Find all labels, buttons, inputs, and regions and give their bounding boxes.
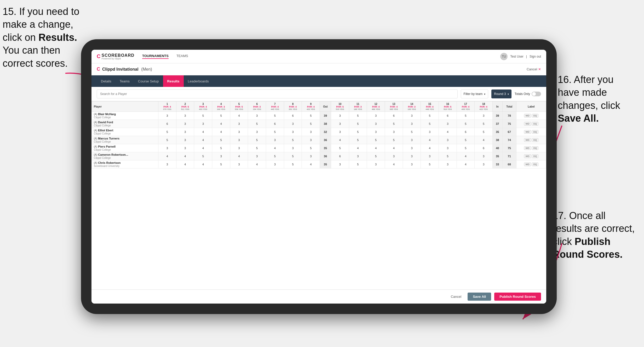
score-hole-10[interactable]: 3 bbox=[331, 128, 349, 136]
score-hole-4[interactable]: 3 bbox=[212, 152, 230, 160]
score-hole-14[interactable]: 3 bbox=[403, 152, 421, 160]
score-hole-8[interactable]: 5 bbox=[284, 160, 302, 169]
score-hole-5[interactable]: 3 bbox=[230, 128, 248, 136]
score-hole-8[interactable]: 3 bbox=[284, 144, 302, 152]
score-hole-1[interactable]: 3 bbox=[158, 160, 176, 169]
nav-teams[interactable]: TEAMS bbox=[176, 54, 188, 59]
score-hole-2[interactable]: 4 bbox=[176, 160, 194, 169]
score-hole-16[interactable]: 3 bbox=[439, 136, 457, 144]
score-hole-6[interactable]: 5 bbox=[248, 136, 266, 144]
score-hole-12[interactable]: 3 bbox=[367, 128, 385, 136]
score-hole-12[interactable]: 5 bbox=[367, 136, 385, 144]
score-hole-12[interactable]: 3 bbox=[367, 160, 385, 169]
score-hole-10[interactable]: 3 bbox=[331, 160, 349, 169]
score-hole-9[interactable]: 4 bbox=[302, 160, 320, 169]
score-hole-3[interactable]: 4 bbox=[194, 128, 212, 136]
score-hole-17[interactable]: 5 bbox=[457, 112, 475, 120]
wd-button[interactable]: WD bbox=[524, 163, 531, 166]
score-hole-16[interactable]: 6 bbox=[439, 112, 457, 120]
score-hole-12[interactable]: 3 bbox=[367, 120, 385, 128]
score-hole-18[interactable]: 3 bbox=[475, 112, 493, 120]
score-hole-2[interactable]: 3 bbox=[176, 112, 194, 120]
score-hole-10[interactable]: 4 bbox=[331, 136, 349, 144]
score-hole-16[interactable]: 4 bbox=[439, 128, 457, 136]
score-hole-9[interactable]: 3 bbox=[302, 128, 320, 136]
score-hole-11[interactable]: 5 bbox=[349, 160, 367, 169]
score-hole-13[interactable]: 3 bbox=[385, 128, 403, 136]
score-hole-14[interactable]: 3 bbox=[403, 136, 421, 144]
score-hole-14[interactable]: 5 bbox=[403, 128, 421, 136]
cancel-button[interactable]: Cancel bbox=[448, 293, 464, 300]
score-hole-11[interactable]: 3 bbox=[349, 152, 367, 160]
wd-button[interactable]: WD bbox=[524, 114, 531, 117]
cancel-top-button[interactable]: Cancel ✕ bbox=[527, 67, 541, 71]
filter-team-dropdown[interactable]: Filter by team bbox=[461, 89, 488, 98]
score-hole-14[interactable]: 3 bbox=[403, 144, 421, 152]
score-hole-15[interactable]: 4 bbox=[421, 136, 439, 144]
score-hole-5[interactable]: 3 bbox=[230, 160, 248, 169]
score-hole-11[interactable]: 5 bbox=[349, 128, 367, 136]
score-hole-12[interactable]: 4 bbox=[367, 144, 385, 152]
publish-round-scores-button[interactable]: Publish Round Scores bbox=[494, 293, 541, 301]
toggle-switch[interactable] bbox=[532, 92, 541, 96]
score-hole-17[interactable]: 5 bbox=[457, 136, 475, 144]
score-hole-6[interactable]: 3 bbox=[248, 152, 266, 160]
totals-only-toggle[interactable]: Totals Only bbox=[515, 92, 541, 96]
score-hole-15[interactable]: 3 bbox=[421, 128, 439, 136]
score-hole-10[interactable]: 6 bbox=[331, 152, 349, 160]
score-hole-15[interactable]: 5 bbox=[421, 120, 439, 128]
wd-button[interactable]: WD bbox=[524, 122, 531, 126]
score-hole-4[interactable]: 5 bbox=[212, 136, 230, 144]
score-hole-6[interactable]: 4 bbox=[248, 160, 266, 169]
dq-button[interactable]: DQ bbox=[532, 163, 539, 166]
score-hole-1[interactable]: 5 bbox=[158, 136, 176, 144]
score-hole-13[interactable]: 4 bbox=[385, 144, 403, 152]
score-hole-18[interactable]: 6 bbox=[475, 144, 493, 152]
score-hole-13[interactable]: 5 bbox=[385, 120, 403, 128]
dq-button[interactable]: DQ bbox=[532, 114, 539, 117]
score-hole-15[interactable]: 5 bbox=[421, 160, 439, 169]
score-hole-5[interactable]: 3 bbox=[230, 136, 248, 144]
score-hole-5[interactable]: 3 bbox=[230, 144, 248, 152]
score-hole-2[interactable]: 3 bbox=[176, 120, 194, 128]
tab-results[interactable]: Results bbox=[163, 75, 184, 87]
score-hole-15[interactable]: 5 bbox=[421, 112, 439, 120]
score-hole-5[interactable]: 4 bbox=[230, 112, 248, 120]
score-hole-3[interactable]: 4 bbox=[194, 144, 212, 152]
score-hole-8[interactable]: 3 bbox=[284, 128, 302, 136]
score-hole-18[interactable]: 5 bbox=[475, 128, 493, 136]
score-hole-14[interactable]: 3 bbox=[403, 160, 421, 169]
score-hole-15[interactable]: 3 bbox=[421, 152, 439, 160]
score-hole-13[interactable]: 3 bbox=[385, 152, 403, 160]
score-hole-1[interactable]: 3 bbox=[158, 144, 176, 152]
score-hole-4[interactable]: 5 bbox=[212, 112, 230, 120]
score-hole-8[interactable]: 6 bbox=[284, 112, 302, 120]
score-hole-11[interactable]: 5 bbox=[349, 136, 367, 144]
score-hole-10[interactable]: 5 bbox=[331, 144, 349, 152]
score-hole-4[interactable]: 4 bbox=[212, 128, 230, 136]
score-hole-18[interactable]: 3 bbox=[475, 152, 493, 160]
score-hole-1[interactable]: 6 bbox=[158, 120, 176, 128]
score-hole-9[interactable]: 5 bbox=[302, 112, 320, 120]
score-hole-4[interactable]: 4 bbox=[212, 120, 230, 128]
score-hole-5[interactable]: 3 bbox=[230, 120, 248, 128]
score-hole-1[interactable]: 4 bbox=[158, 152, 176, 160]
score-hole-1[interactable]: 5 bbox=[158, 128, 176, 136]
score-hole-2[interactable]: 3 bbox=[176, 136, 194, 144]
score-hole-8[interactable]: 5 bbox=[284, 152, 302, 160]
score-hole-7[interactable]: 4 bbox=[266, 144, 284, 152]
score-hole-7[interactable]: 6 bbox=[266, 120, 284, 128]
score-hole-2[interactable]: 3 bbox=[176, 128, 194, 136]
score-hole-17[interactable]: 4 bbox=[457, 152, 475, 160]
dq-button[interactable]: DQ bbox=[532, 146, 539, 150]
score-hole-11[interactable]: 4 bbox=[349, 144, 367, 152]
score-hole-2[interactable]: 3 bbox=[176, 144, 194, 152]
dq-button[interactable]: DQ bbox=[532, 122, 539, 126]
score-hole-6[interactable]: 3 bbox=[248, 112, 266, 120]
score-hole-3[interactable]: 5 bbox=[194, 112, 212, 120]
score-hole-18[interactable]: 5 bbox=[475, 120, 493, 128]
round-dropdown[interactable]: Round 3 bbox=[491, 89, 511, 98]
score-hole-6[interactable]: 3 bbox=[248, 128, 266, 136]
score-hole-3[interactable]: 5 bbox=[194, 152, 212, 160]
score-hole-6[interactable]: 5 bbox=[248, 120, 266, 128]
